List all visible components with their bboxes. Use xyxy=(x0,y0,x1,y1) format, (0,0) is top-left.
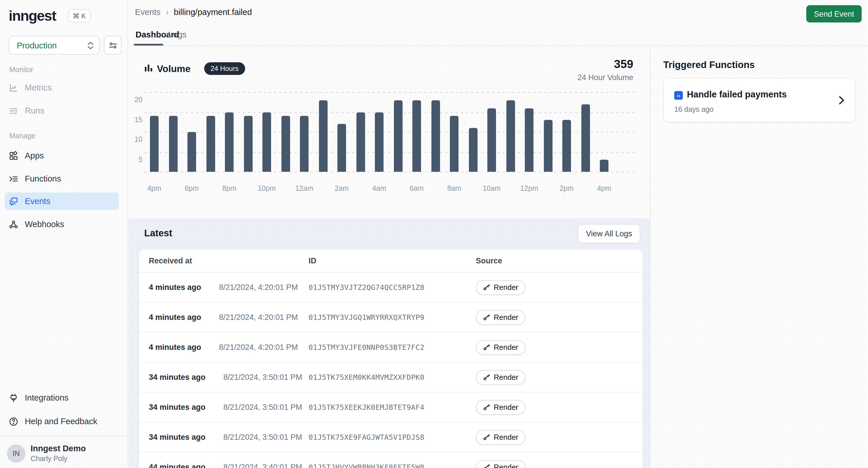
x-axis-label: 12am xyxy=(290,185,319,193)
sidebar-section-monitor: Monitor xyxy=(9,66,33,74)
sidebar-item-runs[interactable]: Runs xyxy=(5,102,119,119)
event-id: 01J5TK75XE9FAGJWTA5V1PDJS8 xyxy=(309,433,462,441)
received-at-cell: 34 minutes ago 8/21/2024, 3:50:01 PM xyxy=(149,373,309,381)
volume-bar xyxy=(244,116,252,172)
plug-icon xyxy=(8,393,19,403)
volume-bar xyxy=(394,100,402,172)
source-badge[interactable]: Render xyxy=(476,460,525,468)
source-name: Render xyxy=(494,463,518,468)
environment-filter-button[interactable] xyxy=(104,36,122,55)
key-icon xyxy=(483,283,490,291)
table-row[interactable]: 4 minutes ago 8/21/2024, 4:20:01 PM 01J5… xyxy=(139,303,643,333)
x-axis-label: 8am xyxy=(440,185,469,193)
sidebar-item-label: Help and Feedback xyxy=(25,417,97,426)
source-badge[interactable]: Render xyxy=(476,370,525,385)
volume-title: Volume xyxy=(157,63,191,74)
sidebar-item-apps[interactable]: Apps xyxy=(5,147,119,164)
apps-grid-icon xyxy=(8,151,19,161)
source-cell: Render xyxy=(462,280,643,295)
inngest-logo: inngest xyxy=(9,7,56,24)
source-badge[interactable]: Render xyxy=(476,280,525,295)
y-axis-label: 5 xyxy=(129,155,143,163)
x-axis-label: 4pm xyxy=(140,185,169,193)
sidebar-item-label: Metrics xyxy=(25,83,52,92)
volume-bar xyxy=(150,116,159,172)
volume-bar xyxy=(544,120,552,172)
event-id: 01J5TJHVYVWBBNH3KF8EETE5W8 xyxy=(309,463,462,468)
received-at-cell: 4 minutes ago 8/21/2024, 4:20:01 PM xyxy=(149,283,309,292)
relative-time: 4 minutes ago xyxy=(149,313,201,322)
breadcrumb-current: billing/payment.failed xyxy=(174,7,252,16)
table-row[interactable]: 4 minutes ago 8/21/2024, 4:20:01 PM 01J5… xyxy=(139,333,643,363)
sidebar-item-help[interactable]: Help and Feedback xyxy=(5,413,119,430)
sidebar-item-label: Webhooks xyxy=(25,220,64,229)
source-cell: Render xyxy=(462,400,643,415)
source-name: Render xyxy=(494,403,518,411)
absolute-timestamp: 8/21/2024, 3:50:01 PM xyxy=(223,433,302,441)
volume-bar xyxy=(431,100,440,172)
source-name: Render xyxy=(494,313,518,322)
volume-bar xyxy=(225,112,234,172)
source-badge[interactable]: Render xyxy=(476,400,525,415)
webhooks-icon xyxy=(8,219,19,229)
source-badge[interactable]: Render xyxy=(476,340,525,355)
tab-logs[interactable]: Logs xyxy=(168,30,187,39)
table-row[interactable]: 34 minutes ago 8/21/2024, 3:50:01 PM 01J… xyxy=(139,423,643,453)
range-badge[interactable]: 24 Hours xyxy=(204,62,245,75)
x-axis-label: 2pm xyxy=(552,185,581,193)
table-row[interactable]: 34 minutes ago 8/21/2024, 3:50:01 PM 01J… xyxy=(139,393,643,423)
event-id: 01J5TMY3VJTZ2QG74QCC5RP1Z8 xyxy=(309,283,462,292)
sidebar-item-label: Runs xyxy=(25,106,44,115)
absolute-timestamp: 8/21/2024, 3:40:01 PM xyxy=(223,463,302,468)
user-name: Charly Poly xyxy=(31,455,67,463)
volume-bar xyxy=(262,112,271,172)
volume-total: 359 xyxy=(576,58,633,71)
volume-bar xyxy=(169,116,177,172)
relative-time: 34 minutes ago xyxy=(149,403,206,411)
command-k-shortcut[interactable]: ⌘ K xyxy=(68,9,91,23)
table-row[interactable]: 34 minutes ago 8/21/2024, 3:50:01 PM 01J… xyxy=(139,363,643,393)
event-id: 01J5TMY3VJFE0NNP0S3BTE7FC2 xyxy=(309,343,462,352)
received-at-cell: 34 minutes ago 8/21/2024, 3:50:01 PM xyxy=(149,403,309,411)
code-icon: ‹› xyxy=(674,91,683,100)
source-badge[interactable]: Render xyxy=(476,430,525,445)
volume-total-caption: 24 Hour Volume xyxy=(553,73,633,82)
relative-time: 34 minutes ago xyxy=(149,373,206,381)
environment-select[interactable]: Production xyxy=(9,36,100,55)
sidebar-item-webhooks[interactable]: Webhooks xyxy=(5,215,119,233)
x-axis-label: 4am xyxy=(365,185,394,193)
volume-bar xyxy=(525,108,533,172)
relative-time: 44 minutes ago xyxy=(149,463,206,468)
triggered-functions-panel: Triggered Functions ‹› Handle failed pay… xyxy=(651,46,868,468)
sidebar-item-label: Integrations xyxy=(25,393,69,402)
absolute-timestamp: 8/21/2024, 4:20:01 PM xyxy=(219,313,298,322)
command-k-label: K xyxy=(81,12,86,20)
table-row[interactable]: 44 minutes ago 8/21/2024, 3:40:01 PM 01J… xyxy=(139,453,643,468)
sidebar-item-metrics[interactable]: Metrics xyxy=(5,79,119,96)
view-all-logs-button[interactable]: View All Logs xyxy=(578,224,640,243)
command-icon: ⌘ xyxy=(73,12,80,20)
avatar[interactable]: IN xyxy=(7,444,25,463)
absolute-timestamp: 8/21/2024, 3:50:01 PM xyxy=(223,403,302,411)
bar-chart-icon xyxy=(144,63,153,72)
x-axis-label: 2am xyxy=(327,185,356,193)
table-row[interactable]: 4 minutes ago 8/21/2024, 4:20:01 PM 01J5… xyxy=(139,273,643,303)
sidebar-item-functions[interactable]: Functions xyxy=(5,170,119,187)
sidebar-item-events[interactable]: Events xyxy=(5,193,119,210)
source-cell: Render xyxy=(462,370,643,385)
list-runs-icon xyxy=(8,105,19,116)
x-axis-label: 6pm xyxy=(177,185,206,193)
events-icon xyxy=(8,196,19,206)
relative-time: 34 minutes ago xyxy=(149,433,206,441)
function-card[interactable]: ‹› Handle failed payments 16 days ago xyxy=(663,78,855,122)
breadcrumb-events-link[interactable]: Events xyxy=(135,7,161,16)
functions-icon xyxy=(8,173,19,184)
sidebar-item-label: Apps xyxy=(25,151,44,160)
volume-bar xyxy=(600,160,609,172)
volume-bar xyxy=(487,108,496,172)
source-badge[interactable]: Render xyxy=(476,310,525,325)
volume-chart-section: Volume 24 Hours 359 24 Hour Volume 51015… xyxy=(129,46,650,219)
send-event-button[interactable]: Send Event xyxy=(806,5,862,23)
sidebar-item-integrations[interactable]: Integrations xyxy=(5,389,119,406)
x-axis-label: 12pm xyxy=(515,185,544,193)
